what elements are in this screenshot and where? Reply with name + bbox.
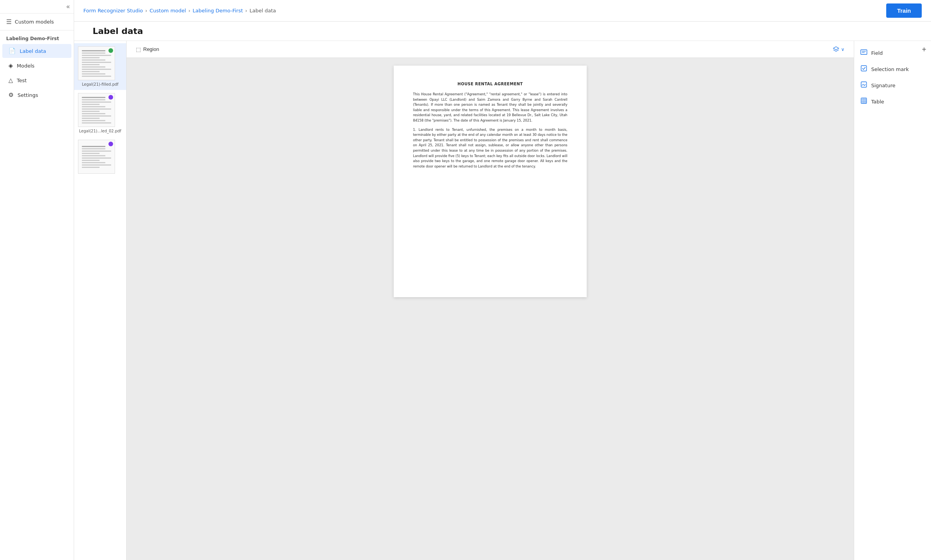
sidebar-item-settings[interactable]: ⚙ Settings bbox=[2, 88, 71, 102]
breadcrumb-sep-3: › bbox=[245, 8, 247, 14]
settings-icon: ⚙ bbox=[8, 91, 14, 98]
right-panel: + Field Selectio bbox=[854, 41, 931, 560]
thumb-line bbox=[82, 97, 105, 98]
field-icon bbox=[860, 49, 867, 57]
add-label-button[interactable]: + bbox=[922, 46, 926, 53]
thumbnail-lines-2 bbox=[82, 97, 111, 124]
status-dot-2 bbox=[108, 95, 113, 100]
thumb-line bbox=[82, 52, 105, 54]
thumb-line bbox=[82, 106, 105, 107]
sidebar-item-test[interactable]: △ Test bbox=[2, 73, 71, 87]
label-field-text: Field bbox=[871, 50, 883, 56]
label-item-selection-mark[interactable]: Selection mark bbox=[854, 61, 931, 77]
chevron-down-icon: ∨ bbox=[841, 47, 845, 52]
doc-para-2: 1. Landlord rents to Tenant, unfurnished… bbox=[413, 127, 567, 169]
thumb-line bbox=[82, 148, 105, 149]
breadcrumb-form-recognizer[interactable]: Form Recognizer Studio bbox=[83, 8, 143, 14]
svg-rect-4 bbox=[861, 66, 867, 71]
thumb-line bbox=[82, 162, 105, 163]
train-button[interactable]: Train bbox=[886, 3, 922, 18]
label-signature-text: Signature bbox=[871, 83, 895, 88]
signature-icon bbox=[860, 81, 867, 90]
label-item-signature[interactable]: Signature bbox=[854, 77, 931, 93]
label-selection-mark-text: Selection mark bbox=[871, 66, 909, 72]
thumbnail-lines-1 bbox=[82, 50, 111, 77]
sidebar-toggle-section: « bbox=[0, 0, 74, 14]
thumb-line bbox=[82, 66, 105, 68]
thumb-line bbox=[82, 164, 111, 166]
sidebar-nav-test: Test bbox=[17, 78, 27, 83]
sidebar-section-label: Labeling Demo-First bbox=[0, 30, 74, 44]
label-item-table[interactable]: Table bbox=[854, 93, 931, 110]
doc-viewer: ⬚ Region ∨ HOUSE RENTAL AGREEMENT This H… bbox=[127, 41, 854, 560]
thumbnail-lines-3 bbox=[82, 146, 111, 168]
sidebar-item-models[interactable]: ◈ Models bbox=[2, 59, 71, 73]
file-item-1[interactable]: Legal(21)-filled.pdf bbox=[74, 43, 126, 90]
hamburger-icon: ☰ bbox=[6, 18, 12, 25]
page-title: Label data bbox=[83, 23, 922, 41]
thumb-line bbox=[82, 167, 100, 168]
label-table-text: Table bbox=[871, 99, 884, 105]
thumb-line bbox=[82, 146, 105, 147]
region-label: Region bbox=[143, 46, 159, 52]
breadcrumb-sep-1: › bbox=[145, 8, 147, 14]
region-button[interactable]: ⬚ Region bbox=[133, 45, 162, 54]
main-area: Form Recognizer Studio › Custom model › … bbox=[74, 0, 931, 560]
sidebar-brand-label: Custom models bbox=[15, 19, 54, 25]
file-item-3[interactable] bbox=[74, 137, 126, 178]
doc-para-1: This House Rental Agreement ("Agreement,… bbox=[413, 92, 567, 124]
thumb-line bbox=[82, 157, 111, 159]
file-thumbnail-3 bbox=[78, 140, 115, 174]
thumb-line bbox=[82, 71, 100, 72]
thumb-line bbox=[82, 64, 100, 65]
sidebar-item-label-data[interactable]: 📄 Label data bbox=[2, 44, 71, 58]
thumb-line bbox=[82, 108, 111, 110]
breadcrumb: Form Recognizer Studio › Custom model › … bbox=[83, 8, 276, 14]
thumb-line bbox=[82, 55, 111, 56]
sidebar-nav-models: Models bbox=[17, 63, 35, 69]
svg-rect-6 bbox=[861, 98, 867, 103]
file-name-2: Legal(21)...led_02.pdf bbox=[78, 129, 122, 134]
content-area: Legal(21)-filled.pdf bbox=[74, 41, 931, 560]
thumb-line bbox=[82, 120, 105, 121]
thumb-line bbox=[82, 113, 105, 114]
file-item-2[interactable]: Legal(21)...led_02.pdf bbox=[74, 90, 126, 137]
thumb-line bbox=[82, 155, 105, 156]
thumb-line bbox=[82, 153, 100, 154]
table-icon bbox=[860, 97, 867, 106]
thumb-line bbox=[82, 50, 105, 51]
thumb-line bbox=[82, 102, 111, 103]
breadcrumb-labeling-demo[interactable]: Labeling Demo-First bbox=[193, 8, 243, 14]
document-icon: 📄 bbox=[8, 47, 16, 54]
file-panel: Legal(21)-filled.pdf bbox=[74, 41, 127, 560]
doc-content: HOUSE RENTAL AGREEMENT This House Rental… bbox=[127, 58, 854, 560]
checkbox-icon bbox=[860, 65, 867, 73]
doc-toolbar: ⬚ Region ∨ bbox=[127, 41, 854, 58]
breadcrumb-current: Label data bbox=[250, 8, 276, 14]
file-name-1: Legal(21)-filled.pdf bbox=[78, 82, 122, 87]
status-dot-3 bbox=[108, 142, 113, 146]
header: Form Recognizer Studio › Custom model › … bbox=[74, 0, 931, 22]
thumb-line bbox=[82, 76, 111, 77]
thumb-line bbox=[82, 111, 100, 112]
label-item-field[interactable]: Field bbox=[854, 45, 931, 61]
models-icon: ◈ bbox=[8, 62, 13, 69]
thumb-line bbox=[82, 104, 100, 105]
thumb-line bbox=[82, 69, 111, 70]
svg-rect-1 bbox=[861, 50, 867, 54]
thumb-line bbox=[82, 62, 111, 63]
test-icon: △ bbox=[8, 77, 13, 84]
thumb-line bbox=[82, 115, 111, 117]
region-icon: ⬚ bbox=[136, 46, 141, 52]
thumb-line bbox=[82, 99, 105, 100]
sidebar-nav-settings: Settings bbox=[17, 92, 38, 98]
sidebar-collapse-button[interactable]: « bbox=[66, 3, 70, 10]
thumb-line bbox=[82, 160, 100, 161]
thumb-line bbox=[82, 57, 100, 58]
layers-button[interactable]: ∨ bbox=[829, 44, 848, 54]
thumb-line bbox=[82, 151, 111, 152]
doc-page: HOUSE RENTAL AGREEMENT This House Rental… bbox=[394, 66, 587, 297]
breadcrumb-custom-model[interactable]: Custom model bbox=[149, 8, 186, 14]
file-thumbnail-2 bbox=[78, 93, 115, 127]
thumb-line bbox=[82, 73, 105, 74]
